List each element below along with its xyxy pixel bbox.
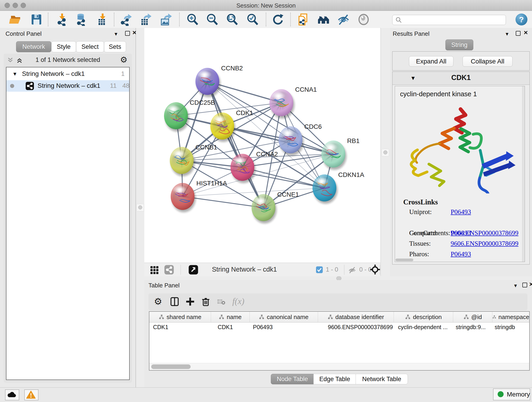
column-type-icon [159,314,164,320]
crosslink-tissues[interactable]: 9606.ENSP00000378699 [451,240,519,247]
home-button[interactable] [317,13,330,26]
show-columns-icon[interactable] [170,297,180,307]
pan-crosshair-icon[interactable] [370,264,380,275]
cell-shared-name[interactable]: CDK1 [149,322,211,332]
crosslink-compartments[interactable]: 9606.ENSP00000378699 [451,229,519,237]
main-toolbar: ? [0,11,532,28]
column-header[interactable]: shared name [149,312,211,322]
splitter-grip[interactable] [336,276,341,280]
panel-float-icon[interactable]: ▾ [506,31,508,37]
node-label: HIST1H1A [196,180,227,187]
network-node-cdc6[interactable]: CDC6 [279,123,322,156]
panel-float-icon[interactable]: ▾ [114,31,117,37]
tab-select[interactable]: Select [76,41,104,52]
hide-unhide-button[interactable] [337,13,350,26]
network-graph[interactable]: CCNB2CCNA1CDC25BCDK1CDC6RB1CCNB1CCNA2CDK… [144,28,380,263]
tab-sets[interactable]: Sets [104,41,126,52]
import-database-button[interactable] [75,13,88,26]
zoom-selected-button[interactable] [246,13,259,26]
zoom-fit-button[interactable] [226,13,239,26]
node-label: CCNB2 [221,65,243,72]
tree-expand-icon[interactable]: ▼ [12,71,17,77]
table-panel-splitter[interactable] [144,276,532,280]
splitter-grip[interactable] [382,149,389,156]
open-session-button[interactable] [9,13,22,26]
cell-name[interactable]: CDK1 [211,322,249,332]
column-header[interactable]: @id [453,312,492,322]
import-network-button[interactable] [56,13,69,26]
tab-network-table[interactable]: Network Table [355,374,408,384]
save-session-button[interactable] [30,13,43,26]
network-node-rb1[interactable]: RB1 [322,137,360,170]
zoom-in-button[interactable] [186,13,199,26]
tab-string[interactable]: String [445,39,473,51]
column-header[interactable]: description [394,312,453,322]
column-header[interactable]: namespace [492,312,529,322]
table-options-gear-icon[interactable]: ⚙ [154,296,162,307]
tab-edge-table[interactable]: Edge Table [313,374,356,384]
panel-close-icon[interactable]: × [529,282,532,287]
cell-canonical-name[interactable]: P06493 [249,322,317,332]
delete-column-icon[interactable] [201,297,211,307]
cell-database-identifier[interactable]: 9606.ENSP00000378699 [317,322,393,332]
left-splitter[interactable] [136,28,145,276]
collapse-all-button[interactable]: Collapse All [462,56,513,67]
panel-maximize-icon[interactable] [125,31,130,36]
network-node-ccne1[interactable]: CCNE1 [252,191,299,223]
horizontal-scrollbar-thumb[interactable] [395,259,413,261]
scrollbar-thumb[interactable] [151,364,191,369]
network-canvas[interactable]: CCNB2CCNA1CDC25BCDK1CDC6RB1CCNB1CCNA2CDK… [144,28,380,263]
network-collection-row[interactable]: ▼ String Network – cdk1 1 [6,68,129,80]
vertical-scrollbar[interactable] [522,86,525,262]
export-image-button[interactable] [159,13,172,26]
gene-header[interactable]: ▼ CDK1 [393,72,530,85]
show-graphics-button[interactable] [357,13,370,26]
tab-style[interactable]: Style [51,41,76,52]
panel-float-icon[interactable]: ▾ [514,283,517,288]
help-button[interactable]: ? [515,13,527,26]
clone-network-button[interactable] [297,13,310,26]
crosslink-uniprot[interactable]: P06493 [451,208,471,216]
network-node-ccna1[interactable]: CCNA1 [269,86,317,119]
right-splitter[interactable] [380,28,390,276]
network-view-icon[interactable] [164,265,174,275]
crosslink-pharos[interactable]: P06493 [451,250,471,258]
add-column-icon[interactable] [185,297,195,307]
export-table-button[interactable] [139,13,152,26]
cloud-button[interactable] [5,389,19,400]
search-field[interactable] [392,15,506,25]
selected-checkbox-icon[interactable] [316,266,323,274]
network-node-cdkn1a[interactable]: CDKN1A [312,171,364,204]
cell-id[interactable]: stringdb:9... [452,322,491,332]
zoom-in-icon [186,13,199,26]
panel-maximize-icon[interactable] [522,283,527,287]
birds-eye-view-icon[interactable] [188,265,198,275]
grid-view-icon[interactable] [149,265,159,275]
network-node-count: 11 [110,82,117,89]
network-node-ccnb1[interactable]: CCNB1 [170,144,217,176]
expand-all-button[interactable]: Expand All [409,56,453,67]
network-options-gear-icon[interactable]: ⚙ [120,55,127,64]
panel-close-icon[interactable]: × [524,30,528,35]
tab-network[interactable]: Network [16,41,51,52]
table-row[interactable]: CDK1 CDK1 P06493 9606.ENSP00000378699 cy… [149,322,529,332]
table-horizontal-scrollbar[interactable] [149,363,529,370]
network-node-cdk1[interactable]: CDK1 [210,109,253,142]
node-label: CDK1 [236,109,253,116]
column-header[interactable]: canonical name [250,312,318,322]
import-table-button[interactable] [96,13,109,26]
warnings-button[interactable] [24,389,38,400]
memory-button[interactable]: Memory [493,389,530,400]
column-header[interactable]: name [211,312,250,322]
cell-description[interactable]: cyclin-dependent ... [393,322,452,332]
splitter-grip[interactable] [137,204,144,211]
cell-namespace[interactable]: stringdb [491,322,529,332]
refresh-view-button[interactable] [272,13,284,26]
column-header[interactable]: database identifier [318,312,394,322]
network-row-selected[interactable]: String Network – cdk1 11 48 [6,80,129,92]
network-node-hist1h1a[interactable]: HIST1H1A [171,180,227,212]
panel-maximize-icon[interactable] [516,31,520,36]
tab-node-table[interactable]: Node Table [271,374,314,384]
zoom-out-button[interactable] [206,13,219,26]
export-network-button[interactable] [119,13,132,26]
